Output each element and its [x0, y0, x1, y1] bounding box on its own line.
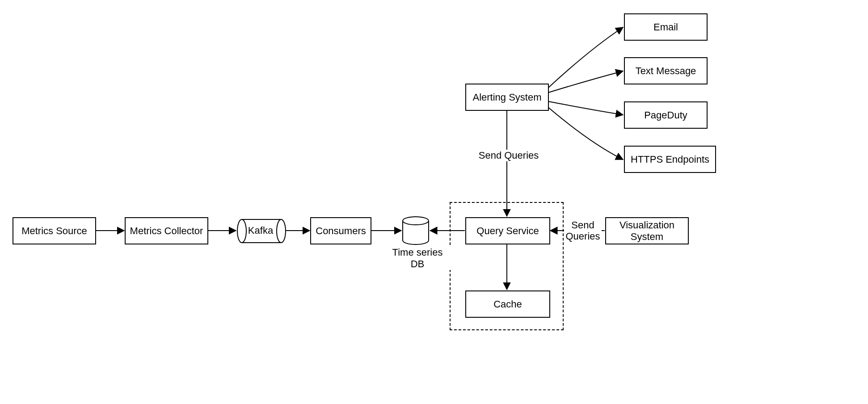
node-cache: Cache	[465, 290, 550, 318]
edge-label-send-queries-right: Send Queries	[564, 219, 602, 242]
node-https-endpoints: HTTPS Endpoints	[624, 146, 716, 173]
node-label: PageDuty	[644, 109, 687, 121]
node-metrics-source: Metrics Source	[13, 217, 96, 244]
node-label: Cache	[493, 299, 522, 310]
node-query-service: Query Service	[465, 217, 550, 244]
node-alerting-system: Alerting System	[465, 84, 549, 111]
svg-point-0	[277, 219, 286, 243]
node-label: Email	[653, 21, 678, 33]
edge-label-line: Queries	[565, 231, 600, 242]
node-time-series-db-cylinder	[402, 216, 430, 245]
node-visualization-system: Visualization System	[605, 217, 689, 244]
node-label: Visualization System	[610, 219, 684, 242]
node-label: Alerting System	[472, 92, 541, 103]
diagram-canvas: Metrics Source Metrics Collector Kafka C…	[0, 0, 868, 404]
node-email: Email	[624, 13, 708, 41]
node-text-message: Text Message	[624, 57, 708, 84]
node-label: Metrics Collector	[130, 225, 203, 237]
node-metrics-collector: Metrics Collector	[125, 217, 208, 244]
node-time-series-db-label: Time series DB	[384, 247, 451, 270]
edges-layer	[0, 0, 868, 404]
node-pageduty: PageDuty	[624, 101, 708, 129]
node-consumers: Consumers	[310, 217, 371, 244]
node-kafka-cylinder: Kafka	[236, 219, 287, 244]
node-label: Query Service	[476, 225, 539, 237]
node-label: Kafka	[248, 225, 274, 236]
node-label: Text Message	[636, 65, 696, 77]
svg-point-4	[403, 217, 429, 225]
node-label: Metrics Source	[21, 225, 87, 237]
svg-point-1	[237, 219, 246, 243]
node-label: Consumers	[316, 225, 366, 237]
edge-label-send-queries-top: Send Queries	[476, 150, 541, 161]
node-label: HTTPS Endpoints	[631, 154, 709, 165]
edge-label-line: Send	[571, 219, 594, 231]
